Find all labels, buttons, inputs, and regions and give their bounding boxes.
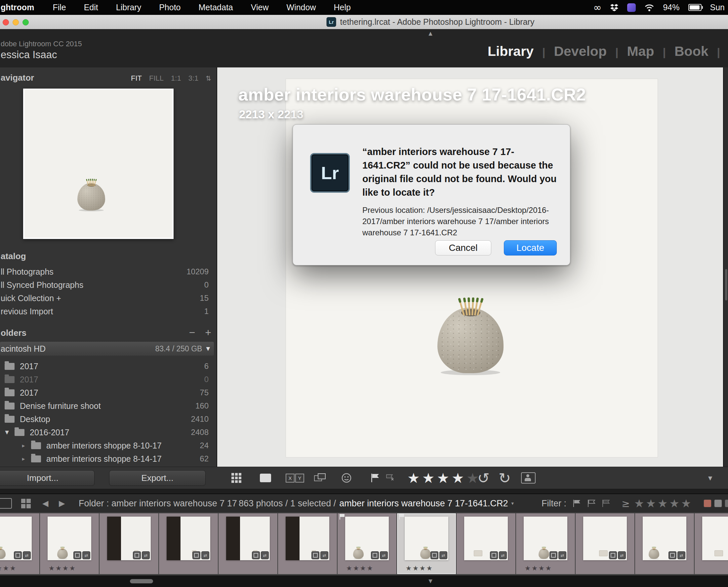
metadata-badge-icon[interactable]: ⇄ [201, 551, 209, 559]
filter-flag-unflagged-icon[interactable] [587, 499, 596, 507]
filmstrip-cell[interactable]: ⇄★★★★ [40, 513, 99, 574]
filmstrip-source-label[interactable]: Folder : amber interiors warehouse 7 17 [79, 494, 237, 513]
crop-badge-icon[interactable] [252, 551, 260, 559]
filmstrip-cell[interactable]: ⇄ [456, 513, 515, 574]
rotate-left-icon[interactable]: ↺ [477, 467, 490, 489]
filter-star-icon[interactable]: ★ [658, 497, 669, 510]
right-panel-scrollbar[interactable] [725, 269, 727, 301]
flag-pick-icon[interactable] [370, 467, 380, 489]
thumbnail-rating[interactable]: ★★★★ [0, 564, 17, 572]
catalog-item[interactable]: ll Synced Photographs0 [0, 278, 216, 291]
app-menu-name[interactable]: ghtroom [1, 3, 34, 12]
module-book[interactable]: Book [675, 44, 708, 59]
folder-row[interactable]: ▼2016-20172408 [0, 426, 216, 439]
crop-badge-icon[interactable] [133, 551, 141, 559]
star-icon[interactable]: ★ [467, 470, 479, 486]
crop-badge-icon[interactable] [430, 551, 438, 559]
catalog-item[interactable]: ll Photographs10209 [0, 265, 216, 278]
metadata-badge-icon[interactable]: ⇄ [439, 551, 447, 559]
app-status-icon[interactable] [627, 3, 636, 12]
folder-row[interactable]: Desktop2410 [0, 413, 216, 426]
filmstrip-scrollbar-thumb[interactable] [130, 579, 153, 583]
dropbox-icon[interactable] [610, 4, 618, 11]
metadata-badge-icon[interactable]: ⇄ [380, 551, 388, 559]
remove-folder-button[interactable]: − [189, 327, 195, 339]
filter-flag-pick-icon[interactable] [572, 499, 582, 507]
filmstrip-cell[interactable]: ⇄ [635, 513, 694, 574]
rotate-right-icon[interactable]: ↻ [498, 467, 511, 489]
metadata-badge-icon[interactable]: ⇄ [499, 551, 507, 559]
menu-item-view[interactable]: View [251, 3, 269, 12]
wifi-icon[interactable] [644, 4, 654, 11]
star-icon[interactable]: ★ [407, 470, 420, 486]
go-forward-button[interactable]: ▶ [59, 494, 65, 513]
menu-bar-clock[interactable]: Sun [710, 3, 725, 12]
zoom-window-button[interactable] [22, 19, 29, 25]
folder-row[interactable]: ▸amber interiors shoppe 8-10-1724 [0, 439, 216, 452]
thumbnail-rating[interactable]: ★★★★ [525, 564, 553, 572]
filmstrip-cell[interactable]: ⇄ [218, 513, 277, 574]
crop-badge-icon[interactable] [609, 551, 617, 559]
slideshow-icon[interactable] [521, 467, 536, 489]
filter-star-icon[interactable]: ★ [669, 497, 681, 510]
folder-row[interactable]: 20176 [0, 359, 216, 373]
metadata-badge-icon[interactable]: ⇄ [320, 551, 328, 559]
zoom-updown-icon[interactable]: ⇅ [206, 74, 211, 82]
grid-view-icon[interactable] [231, 467, 241, 489]
crop-badge-icon[interactable] [371, 551, 379, 559]
module-develop[interactable]: Develop [554, 44, 607, 59]
flag-reject-icon[interactable] [385, 467, 394, 489]
menu-item-file[interactable]: File [52, 3, 66, 12]
cancel-button[interactable]: Cancel [435, 240, 491, 256]
creative-cloud-icon[interactable]: ∞ [593, 2, 602, 13]
folder-row[interactable]: ▸amber interiors shoppe 8-14-1762 [0, 452, 216, 465]
people-view-icon[interactable] [341, 467, 352, 489]
metadata-badge-icon[interactable]: ⇄ [142, 551, 150, 559]
crop-badge-icon[interactable] [490, 551, 498, 559]
module-map[interactable]: Map [627, 44, 654, 59]
thumbnail-rating[interactable]: ★★★★ [346, 564, 374, 572]
top-panel-toggle-icon[interactable]: ▲ [428, 30, 432, 37]
filmstrip-cell[interactable]: ⇄★★★★ [0, 513, 39, 574]
navigator-preview[interactable] [23, 89, 173, 239]
zoom-option-1:1[interactable]: 1:1 [171, 74, 181, 83]
crop-badge-icon[interactable] [549, 551, 557, 559]
close-window-button[interactable] [3, 19, 9, 25]
disclosure-open-icon[interactable]: ▼ [3, 429, 11, 435]
filmstrip-cell[interactable]: ⇄ [278, 513, 337, 574]
menu-item-edit[interactable]: Edit [84, 3, 98, 12]
catalog-item[interactable]: revious Import1 [0, 305, 216, 318]
disclosure-closed-icon[interactable]: ▸ [19, 455, 28, 462]
filter-star-icon[interactable]: ★ [634, 497, 646, 510]
filmstrip-cell[interactable]: ⇄ [159, 513, 218, 574]
filmstrip-collapse-icon[interactable]: ▼ [428, 578, 432, 584]
filter-star-icon[interactable]: ★ [681, 497, 692, 510]
volume-browser[interactable]: acintosh HD 83.4 / 250 GB ▼ [0, 342, 214, 356]
folders-header[interactable]: olders [1, 328, 26, 338]
color-label-icon[interactable] [704, 499, 711, 507]
filmstrip-status[interactable]: 863 photos / 1 selected / amber interior… [239, 494, 514, 513]
second-window-icon[interactable] [21, 494, 31, 513]
folder-row[interactable]: 201775 [0, 386, 216, 399]
metadata-badge-icon[interactable]: ⇄ [23, 551, 31, 559]
locate-button[interactable]: Locate [504, 240, 557, 256]
thumbnail-rating[interactable]: ★★★★ [49, 564, 76, 572]
import-button[interactable]: Import... [0, 470, 95, 486]
main-window-icon[interactable] [0, 494, 12, 513]
star-icon[interactable]: ★ [422, 470, 435, 486]
menu-item-photo[interactable]: Photo [159, 3, 181, 12]
filmstrip-cell[interactable]: ⇄★★★★ [337, 513, 396, 574]
filmstrip-cell[interactable]: ⇄ [99, 513, 158, 574]
minimize-window-button[interactable] [13, 19, 19, 25]
volume-collapse-icon[interactable]: ▼ [206, 346, 210, 352]
menu-item-library[interactable]: Library [116, 3, 141, 12]
crop-badge-icon[interactable] [192, 551, 201, 559]
crop-badge-icon[interactable] [668, 551, 676, 559]
menu-item-window[interactable]: Window [287, 3, 316, 12]
survey-view-icon[interactable] [314, 467, 326, 489]
metadata-badge-icon[interactable]: ⇄ [677, 551, 685, 559]
catalog-item[interactable]: uick Collection +15 [0, 291, 216, 305]
export-button[interactable]: Export... [109, 470, 206, 486]
filmstrip-cell[interactable]: ⇄ [695, 513, 728, 574]
folder-row[interactable]: Denise furniture shoot160 [0, 399, 216, 413]
